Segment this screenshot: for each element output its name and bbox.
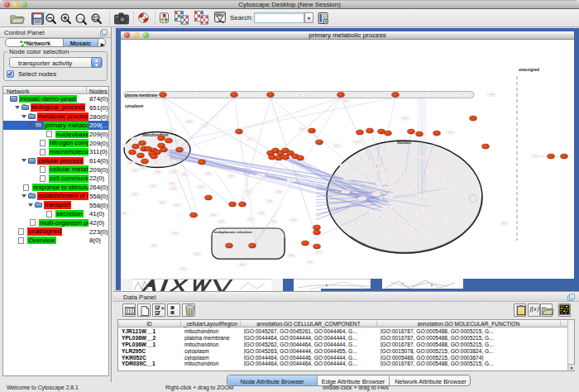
svg-text:unassigned: unassigned [519, 68, 539, 72]
svg-text:plasma membrane: plasma membrane [125, 93, 158, 98]
svg-text:cytoplasm: cytoplasm [125, 104, 143, 108]
svg-text:endoplasmic reticulum: endoplasmic reticulum [214, 230, 252, 234]
